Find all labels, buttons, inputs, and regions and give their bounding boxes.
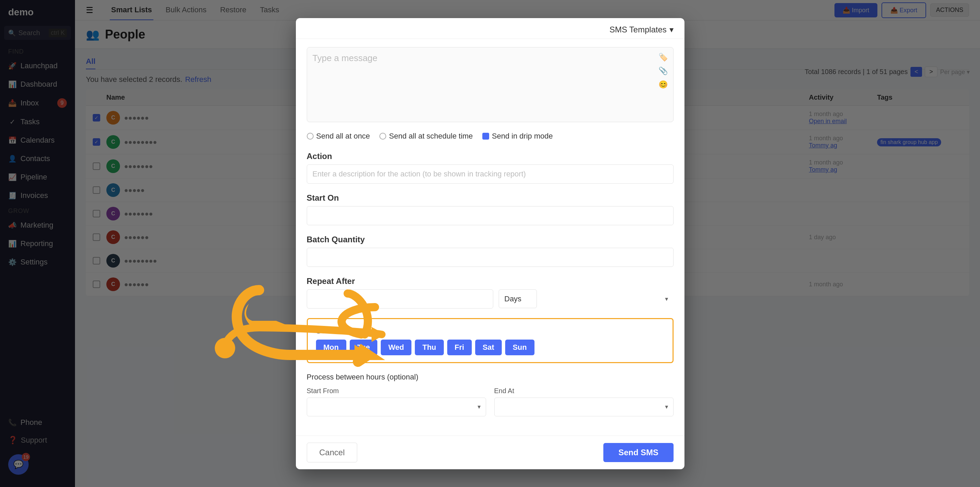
day-tue-button[interactable]: Tue [350,340,377,355]
start-on-label: Start On [307,193,673,203]
day-sun-button[interactable]: Sun [505,340,535,355]
process-hours-section: Process between hours (optional) Start F… [307,373,673,416]
send-all-at-schedule-option[interactable]: Send all at schedule time [379,132,473,141]
end-at-wrapper [494,398,673,416]
svg-point-2 [215,338,235,358]
time-row: Start From End At [307,387,673,416]
send-sms-button[interactable]: Send SMS [603,443,673,462]
message-area[interactable]: Type a message 🏷️ 📎 😊 [307,47,673,122]
batch-quantity-section: Batch Quantity [307,235,673,267]
action-section: Action [307,152,673,184]
process-hours-label: Process between hours (optional) [307,373,673,382]
modal-overlay: SMS Templates ▾ Type a message 🏷️ 📎 😊 Se… [0,0,980,487]
send-all-at-schedule-radio[interactable] [379,133,386,140]
modal-header: SMS Templates ▾ [296,18,684,39]
start-from-col: Start From [307,387,486,416]
cancel-button[interactable]: Cancel [307,442,358,462]
modal-body: Type a message 🏷️ 📎 😊 Send all at once S… [296,39,684,436]
send-in-drip-checkbox[interactable] [482,133,489,140]
sms-templates-button[interactable]: SMS Templates ▾ [609,25,673,35]
modal-footer: Cancel Send SMS [296,436,684,469]
start-from-select[interactable] [307,398,486,416]
repeat-after-unit-select[interactable]: Days Hours Minutes [499,289,537,308]
day-wed-button[interactable]: Wed [381,340,411,355]
end-at-select[interactable] [494,398,673,416]
repeat-after-section: Repeat After Days Hours Minutes [307,276,673,308]
start-on-input[interactable] [307,206,673,225]
day-mon-button[interactable]: Mon [316,340,346,355]
start-on-section: Start On [307,193,673,225]
repeat-after-label: Repeat After [307,276,673,286]
send-in-drip-option[interactable]: Send in drip mode [482,132,553,141]
batch-quantity-label: Batch Quantity [307,235,673,244]
day-buttons-group: Mon Tue Wed Thu Fri Sat Sun [316,340,664,355]
message-placeholder: Type a message [313,53,668,64]
start-from-label: Start From [307,387,486,395]
repeat-after-row: Days Hours Minutes [307,289,673,308]
send-all-at-once-radio[interactable] [307,133,313,140]
day-sat-button[interactable]: Sat [475,340,502,355]
action-input[interactable] [307,164,673,184]
attachment-icon[interactable]: 📎 [659,67,668,75]
batch-quantity-input[interactable] [307,248,673,267]
send-on-section: Send On Mon Tue Wed Thu Fri Sat Sun [307,318,673,363]
start-from-wrapper [307,398,486,416]
emoji-icon[interactable]: 😊 [659,80,668,89]
end-at-col: End At [494,387,673,416]
send-mode-row: Send all at once Send all at schedule ti… [307,132,673,141]
message-icons: 🏷️ 📎 😊 [659,53,668,89]
action-label: Action [307,152,673,161]
day-thu-button[interactable]: Thu [415,340,444,355]
repeat-after-input[interactable] [307,289,493,308]
day-fri-button[interactable]: Fri [447,340,472,355]
repeat-after-unit-wrapper: Days Hours Minutes [499,289,673,308]
send-all-at-once-option[interactable]: Send all at once [307,132,370,141]
sms-modal: SMS Templates ▾ Type a message 🏷️ 📎 😊 Se… [296,18,684,469]
end-at-label: End At [494,387,673,395]
tag-icon[interactable]: 🏷️ [659,53,668,62]
chevron-down-icon: ▾ [670,25,673,35]
send-on-label: Send On [316,326,664,335]
